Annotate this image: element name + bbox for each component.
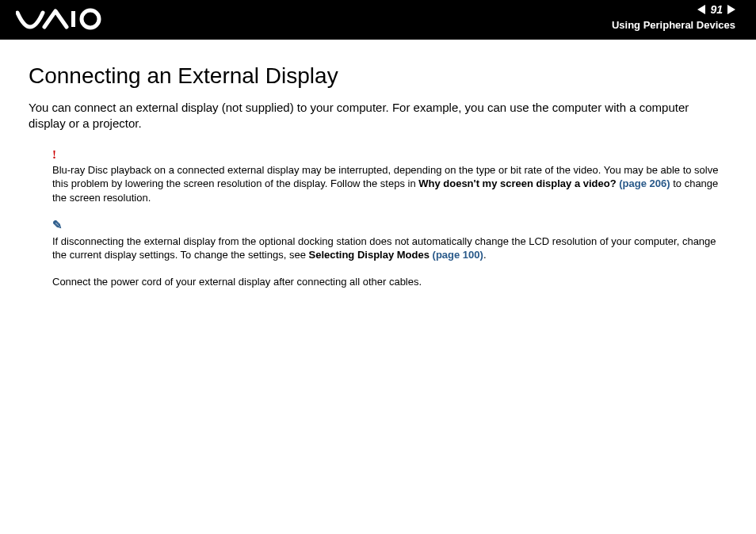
- section-title: Using Peripheral Devices: [612, 19, 735, 31]
- page-nav: 91: [612, 3, 735, 16]
- warning-icon: !: [52, 147, 720, 162]
- intro-paragraph: You can connect an external display (not…: [29, 100, 727, 132]
- svg-rect-0: [71, 11, 75, 27]
- instruction-line: Connect the power cord of your external …: [52, 275, 720, 289]
- page-content: Connecting an External Display You can c…: [0, 40, 756, 288]
- page-title: Connecting an External Display: [29, 63, 727, 89]
- page-number: 91: [710, 3, 723, 16]
- note-bold-ref: Selecting Display Modes: [309, 249, 430, 261]
- note-icon: ✎: [52, 217, 720, 233]
- warning-bold-ref: Why doesn't my screen display a video?: [418, 177, 616, 189]
- svg-point-1: [82, 10, 99, 28]
- warning-page-link[interactable]: (page 206): [617, 177, 670, 189]
- header-bar: 91 Using Peripheral Devices: [0, 0, 756, 40]
- header-right: 91 Using Peripheral Devices: [612, 0, 756, 31]
- warning-block: ! Blu-ray Disc playback on a connected e…: [52, 147, 720, 205]
- note-block: ✎ If disconnecting the external display …: [52, 217, 720, 261]
- note-page-link[interactable]: (page 100): [430, 249, 483, 261]
- note-text-after: .: [483, 249, 487, 261]
- vaio-logo: [0, 0, 103, 30]
- next-page-arrow-icon[interactable]: [727, 5, 735, 14]
- prev-page-arrow-icon[interactable]: [697, 5, 705, 14]
